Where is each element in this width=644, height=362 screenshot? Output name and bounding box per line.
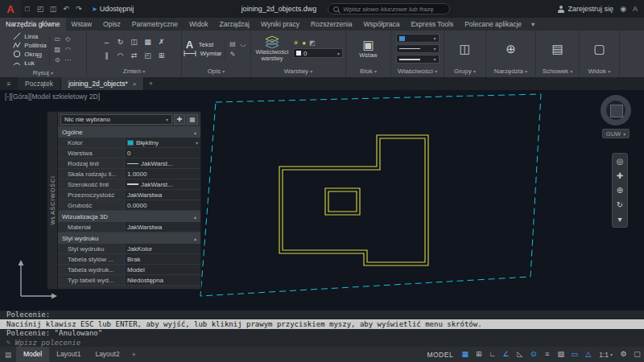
ribbon-display-toggle-icon[interactable]: ▾ [531, 18, 535, 31]
share-button[interactable]: ➤ Udostępnij [92, 5, 134, 13]
viewcube[interactable]: GUW ▾ [601, 95, 631, 138]
open-icon[interactable]: ◰ [34, 5, 47, 13]
pan-icon[interactable]: ✚ [617, 171, 623, 180]
trim-icon[interactable]: ⊞ [155, 49, 168, 63]
property-row-material[interactable]: Materiał JakWarstwa [58, 222, 200, 232]
transparency-toggle[interactable]: ▨ [554, 348, 568, 360]
palette-grip[interactable]: WŁAŚCIWOŚCI [47, 111, 57, 290]
annotation-scale[interactable]: 1:1 ▾ [595, 351, 617, 359]
circle-tool[interactable]: Okrąg [13, 50, 47, 58]
ortho-toggle[interactable]: ∟ [485, 348, 499, 360]
ribbon-tab-collaborate[interactable]: Współpraca [358, 18, 406, 31]
toggle-pickadd-button[interactable]: ✚ [174, 114, 185, 125]
property-row-thickness[interactable]: Grubość 0.0000 [58, 200, 200, 211]
section-header-3d-visualization[interactable]: Wizualizacja 3D ▴ [58, 211, 200, 222]
viewcube-compass[interactable] [601, 95, 631, 125]
measure-icon[interactable]: ⊕ [506, 43, 516, 56]
panel-label-properties[interactable]: Właściwości ▾ [391, 67, 444, 77]
model-space-indicator[interactable]: MODEL [427, 351, 453, 359]
property-row-plot-table-attached[interactable]: Tabela wydruk... Model [58, 265, 200, 275]
isodraft-toggle[interactable]: ◺ [513, 348, 526, 360]
search-input[interactable]: Wpisz słowo kluczowe lub frazę [328, 3, 450, 14]
property-row-plot-table-type[interactable]: Typ tabeli wyd... Niedostępna [58, 275, 200, 286]
property-row-color[interactable]: Kolor Błękitny ▾ [58, 138, 200, 148]
ribbon-tab-annotate[interactable]: Opisz [97, 18, 126, 31]
panel-label-clipboard[interactable]: Schowek ▾ [536, 67, 579, 77]
signin-button[interactable]: Zarejestruj się [558, 5, 614, 13]
property-row-lineweight[interactable]: Szerokość linii JakWarst... [58, 179, 200, 190]
ribbon-tab-output[interactable]: Wyniki pracy [255, 18, 305, 31]
layer-on-icon[interactable]: ☀ [293, 39, 299, 47]
orbit-icon[interactable]: ↻ [617, 200, 623, 209]
panel-label-modify[interactable]: Zmień ▾ [87, 67, 181, 77]
polygon-icon[interactable]: ◇ [63, 34, 73, 44]
layout2-tab[interactable]: Layout2 [88, 347, 126, 362]
model-tab[interactable]: Model [16, 347, 49, 362]
mirror-icon[interactable]: ⇄ [127, 49, 141, 63]
command-input[interactable]: ✎ Wpisz polecenie [0, 338, 644, 347]
lineweight-dropdown[interactable]: ▾ [396, 55, 440, 64]
redo-icon[interactable]: ↷ [72, 5, 85, 13]
property-row-linetype-scale[interactable]: Skala rodzaju li... 1.0000 [58, 169, 200, 179]
ribbon-tab-home[interactable]: Narzędzia główne [0, 18, 66, 31]
edit-text-icon[interactable]: ✎ [228, 49, 238, 60]
lineweight-toggle[interactable]: ≡ [540, 348, 554, 360]
panel-label-draw[interactable]: Rysuj ▾ [0, 68, 86, 77]
panel-label-view[interactable]: Widok ▾ [580, 67, 619, 77]
layout1-tab[interactable]: Layout1 [49, 347, 88, 362]
array-icon[interactable]: ▦ [141, 35, 155, 49]
scale-icon[interactable]: ◰ [141, 49, 155, 63]
layer-lock-icon[interactable]: ◩ [309, 39, 316, 47]
linetype-dropdown[interactable]: ▾ [396, 44, 440, 53]
property-row-plot-style[interactable]: Styl wydruku JakKolor [58, 244, 200, 254]
app-store-icon[interactable]: ◉ [620, 5, 626, 13]
offset-icon[interactable]: ∥ [100, 49, 114, 63]
ellipse-icon[interactable]: ⊙ [52, 55, 63, 65]
object-color-dropdown[interactable]: ▾ [396, 34, 440, 43]
rectangle-icon[interactable]: ▭ [52, 34, 63, 44]
save-icon[interactable]: ◫ [47, 5, 60, 13]
ribbon-tab-featured-apps[interactable]: Polecane aplikacje [459, 18, 527, 31]
fillet-icon[interactable]: ◠ [114, 49, 127, 63]
grid-toggle[interactable]: ▦ [458, 348, 472, 360]
file-tab-active[interactable]: joining_2d_objects* × [61, 77, 144, 90]
section-header-general[interactable]: Ogólne ▴ [58, 126, 200, 138]
annotation-toggle[interactable]: △ [581, 348, 595, 360]
dimension-tool[interactable]: Wymiar [184, 49, 221, 57]
selection-dropdown[interactable]: Nic nie wybrano ▾ [60, 114, 172, 125]
text-tool[interactable]: A Tekst [184, 40, 221, 48]
quick-select-button[interactable]: ▦ [187, 114, 198, 125]
move-icon[interactable]: ↔ [100, 35, 114, 49]
file-tabs-menu-icon[interactable]: ≡ [0, 77, 18, 90]
erase-icon[interactable]: ✗ [155, 35, 168, 49]
ellipse-arc-icon[interactable]: ◠ [63, 44, 73, 55]
clean-screen-icon[interactable]: ▢ [630, 348, 644, 360]
autocad-logo[interactable]: A [0, 0, 21, 18]
new-icon[interactable]: □ [21, 5, 34, 13]
panel-label-utilities[interactable]: Narzędzia ▾ [486, 67, 535, 77]
layer-properties-button[interactable]: Właściwości warstwy [254, 35, 291, 62]
file-tab-start[interactable]: Początek [18, 77, 61, 90]
wcs-dropdown[interactable]: GUW ▾ [602, 129, 630, 138]
drawing-canvas[interactable]: [-][Góra][Model szkieletowy 2D] WŁAŚCIWO… [0, 90, 644, 311]
section-header-plot-style[interactable]: Styl wydruku ▴ [58, 232, 200, 244]
property-row-linetype[interactable]: Rodzaj linii JakWarst... [58, 158, 200, 169]
viewport-controls[interactable]: [-][Góra][Model szkieletowy 2D] [5, 93, 100, 101]
ribbon-tab-view[interactable]: Widok [184, 18, 214, 31]
polyline-tool[interactable]: Polilinia [13, 41, 47, 49]
new-tab-button[interactable]: + [144, 77, 157, 90]
snap-toggle[interactable]: ⊞ [472, 348, 485, 360]
dynamic-input-toggle[interactable]: ▭ [568, 348, 581, 360]
copy-icon[interactable]: ◫ [127, 35, 141, 49]
close-icon[interactable]: × [133, 80, 137, 88]
steering-wheel-icon[interactable]: ◎ [617, 157, 624, 166]
undo-icon[interactable]: ↶ [60, 5, 72, 13]
leader-icon[interactable]: ◡ [238, 39, 249, 49]
polar-toggle[interactable]: ∠ [499, 348, 513, 360]
zoom-icon[interactable]: ⊕ [617, 186, 623, 195]
arc-tool[interactable]: Łuk [13, 59, 47, 67]
layer-freeze-icon[interactable]: ● [302, 39, 306, 47]
panel-label-groups[interactable]: Grupy ▾ [444, 67, 485, 77]
layer-dropdown[interactable]: 0 ▾ [293, 48, 343, 58]
more-icon[interactable]: ⋯ [63, 55, 73, 65]
